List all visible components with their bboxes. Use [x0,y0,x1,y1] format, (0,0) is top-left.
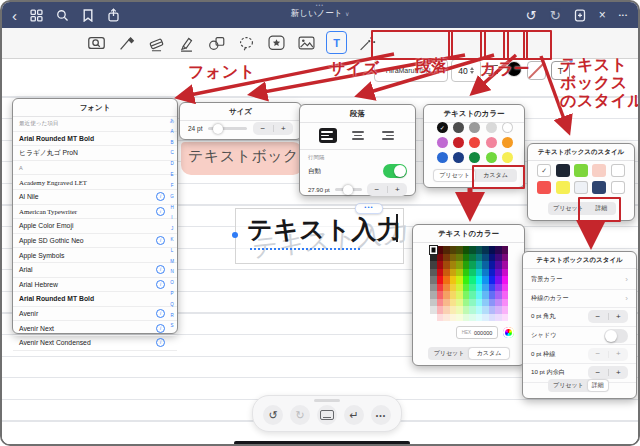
font-info-icon[interactable]: i [156,309,165,318]
color-wheel-icon[interactable] [503,327,514,338]
pen-tool-icon[interactable] [116,31,137,54]
plus-button[interactable]: + [274,123,294,135]
text-box-drag-handle[interactable]: ••• [355,203,383,214]
custom-color-cell[interactable] [502,261,509,269]
index-letter[interactable]: S [170,324,173,329]
no-fill-swatch[interactable]: ✓ [537,164,551,177]
index-letter[interactable]: K [170,238,173,243]
style-detail-row[interactable]: 枠線のカラー› [523,290,636,309]
color-swatch[interactable] [453,137,464,148]
line-spacing-slider[interactable] [335,188,362,191]
style-swatch[interactable] [556,164,570,177]
shapes-tool-icon[interactable] [206,31,227,54]
font-list-item[interactable]: Arial Hebrewi [13,278,177,293]
preset-tab[interactable]: プリセット [434,170,475,181]
style-detail-row[interactable]: 背景カラー› [523,271,636,290]
index-letter[interactable]: E [170,173,173,178]
index-letter[interactable]: J [171,227,173,232]
font-info-icon[interactable]: i [156,265,165,274]
line-spacing-stepper[interactable]: −+ [367,183,407,196]
pink-text-box[interactable]: テキストボックス [181,142,303,175]
font-list-item[interactable]: Ariali [13,263,177,278]
index-letter[interactable]: F [171,184,174,189]
add-page-icon[interactable] [574,9,586,22]
minus-button[interactable]: − [367,184,387,196]
minus-button[interactable]: − [588,348,608,360]
font-size-stepper[interactable]: 40 [451,59,481,82]
index-letter[interactable]: N [170,270,173,275]
preset-tab[interactable]: プリセット [549,380,588,391]
index-letter[interactable]: M [170,260,174,265]
image-tool-icon[interactable] [296,31,317,54]
note-title[interactable]: 新しいノート [291,8,343,18]
size-slider[interactable] [208,127,247,130]
font-list-item[interactable]: Al Nilei [13,190,177,205]
custom-color-cell[interactable] [502,314,509,322]
index-letter[interactable]: A [170,130,173,135]
style-swatch[interactable] [592,164,606,177]
lasso-tool-icon[interactable] [236,31,257,54]
more-icon[interactable]: ••• [619,12,628,18]
font-list-item[interactable]: Academy Engraved LET [13,175,177,190]
redo-button[interactable]: ↻ [290,405,310,425]
style-swatch[interactable] [574,181,588,194]
color-swatch[interactable] [453,152,464,163]
row-stepper[interactable]: −+ [588,310,628,323]
index-letter[interactable]: D [170,162,173,167]
home-indicator[interactable] [234,441,410,445]
minus-button[interactable]: − [588,311,608,323]
color-swatch[interactable] [486,122,497,133]
font-info-icon[interactable]: i [156,236,165,245]
style-swatch[interactable] [574,164,588,177]
font-list-item[interactable]: Apple Symbols [13,248,177,263]
style-swatch[interactable] [592,181,606,194]
font-list-item[interactable]: Avenir Nexti [13,321,177,336]
minus-button[interactable]: − [588,367,608,379]
style-swatch[interactable] [611,164,625,177]
color-swatch[interactable] [502,137,513,148]
drag-handle[interactable] [314,399,340,402]
plus-button[interactable]: + [609,311,629,323]
align-left-button[interactable] [319,128,337,143]
index-letter[interactable]: R [170,314,173,319]
color-swatch[interactable] [469,122,480,133]
selection-knob[interactable] [232,232,238,238]
font-info-icon[interactable]: i [156,324,165,333]
shadow-toggle[interactable] [604,329,628,343]
index-letter[interactable]: G [170,195,174,200]
font-info-icon[interactable]: i [156,207,165,216]
minus-button[interactable]: − [253,123,273,135]
style-swatch[interactable] [537,181,551,194]
custom-color-cell[interactable] [502,284,509,292]
share-icon[interactable] [107,8,120,22]
eraser-tool-icon[interactable] [146,31,167,54]
back-icon[interactable]: ‹ [12,8,17,23]
font-list-item[interactable]: Arial Rounded MT Bold [13,292,177,307]
color-swatch[interactable] [486,152,497,163]
plus-button[interactable]: + [609,367,629,379]
undo-button[interactable]: ↺ [263,405,283,425]
color-swatch[interactable] [453,122,464,133]
text-box-content[interactable]: テキスト入力 [247,213,402,246]
more-button[interactable]: ••• [371,405,391,425]
custom-tab[interactable]: カスタム [469,348,509,359]
color-swatch[interactable] [469,152,480,163]
font-list-item[interactable]: Apple Color Emoji [13,219,177,234]
color-swatch[interactable] [437,137,448,148]
custom-color-cell[interactable] [502,246,509,254]
font-list-item[interactable]: Avenir Next Condensedi [13,336,177,351]
style-swatch[interactable] [556,181,570,194]
return-button[interactable]: ↵ [344,405,364,425]
custom-color-cell[interactable] [502,269,509,277]
color-swatch[interactable] [437,152,448,163]
index-letter[interactable]: B [170,141,173,146]
font-info-icon[interactable]: i [156,280,165,289]
style-detail-row[interactable]: 0 pt 枠線−+ [523,345,636,364]
row-stepper[interactable]: −+ [588,348,628,361]
redo-icon[interactable]: ↻ [550,9,561,22]
sticker-tool-icon[interactable] [266,31,287,54]
font-list-item[interactable]: Apple SD Gothic Neoi [13,234,177,249]
font-list-item[interactable]: American Typewriteri [13,205,177,220]
font-info-icon[interactable]: i [156,338,165,347]
index-letter[interactable]: Q [170,303,174,308]
